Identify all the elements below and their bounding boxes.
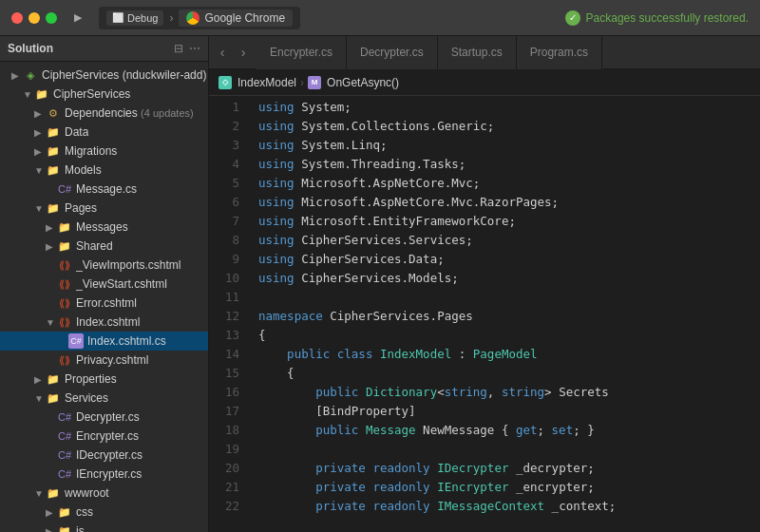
tab-decrypter[interactable]: Decrypter.cs <box>347 36 438 69</box>
code-line: namespace CipherServices.Pages <box>258 307 760 326</box>
line-number: 7 <box>209 212 239 231</box>
sidebar-item-message-cs[interactable]: C# Message.cs <box>0 180 208 199</box>
cshtml-icon3: ⟪⟫ <box>57 295 72 311</box>
sidebar-item-root[interactable]: ▼ 📁 CipherServices <box>0 85 208 104</box>
cs-icon: C# <box>57 181 72 197</box>
maximize-button[interactable] <box>46 12 57 24</box>
line-number: 16 <box>209 383 239 402</box>
code-editor[interactable]: 12345678910111213141516171819202122 usin… <box>209 96 760 532</box>
line-number: 11 <box>209 288 239 307</box>
css-folder-icon: 📁 <box>57 504 72 520</box>
sidebar-item-services[interactable]: ▼ 📁 Services <box>0 389 208 408</box>
sidebar-collapse-icon[interactable]: ⊟ <box>174 42 183 55</box>
breadcrumb-sep: › <box>169 11 173 25</box>
cshtml-icon: ⟪⟫ <box>57 257 72 273</box>
wwwroot-icon: 📁 <box>46 485 61 501</box>
line-number: 6 <box>209 193 239 212</box>
sidebar-item-viewstart[interactable]: ⟪⟫ _ViewStart.cshtml <box>0 275 208 294</box>
line-number: 3 <box>209 136 239 155</box>
sidebar-menu-icon[interactable]: ⋯ <box>189 42 200 55</box>
breadcrumb-part2[interactable]: OnGetAsync() <box>327 76 399 89</box>
code-line: { <box>258 364 760 383</box>
active-cs-icon: C# <box>68 333 84 349</box>
sidebar-title: Solution <box>8 42 53 55</box>
sidebar-item-js[interactable]: ▶ 📁 js <box>0 522 208 532</box>
minimize-button[interactable] <box>28 12 40 24</box>
code-line: using CipherServices.Models; <box>258 269 760 288</box>
sidebar-item-models[interactable]: ▼ 📁 Models <box>0 161 208 180</box>
cs-icon5: C# <box>57 466 72 482</box>
sidebar-item-data[interactable]: ▶ 📁 Data <box>0 123 208 142</box>
tab-program[interactable]: Program.cs <box>517 36 602 69</box>
tab-startup[interactable]: Startup.cs <box>438 36 517 69</box>
breadcrumb-part1[interactable]: IndexModel <box>238 76 296 89</box>
pages-folder-icon: 📁 <box>46 200 61 216</box>
sidebar-item-solution[interactable]: ▶ ◈ CipherServices (nduckwiler-add) <box>0 66 208 85</box>
code-line: using System; <box>258 98 760 117</box>
code-line: using System.Linq; <box>258 136 760 155</box>
line-number: 13 <box>209 326 239 345</box>
tab-nav: ‹ › <box>213 43 253 62</box>
sidebar-item-error[interactable]: ⟪⟫ Error.cshtml <box>0 294 208 313</box>
sidebar-toolbar: ⊟ ⋯ <box>174 42 200 55</box>
migrations-folder-icon: 📁 <box>46 143 61 159</box>
code-line: public Dictionary<string, string> Secret… <box>258 383 760 402</box>
chrome-label: Google Chrome <box>204 11 285 25</box>
sidebar-item-migrations[interactable]: ▶ 📁 Migrations <box>0 142 208 161</box>
sidebar-item-shared[interactable]: ▶ 📁 Shared <box>0 237 208 256</box>
solution-icon: ◈ <box>23 67 38 83</box>
sidebar: Solution ⊟ ⋯ ▶ ◈ CipherServices (nduckwi… <box>0 36 209 532</box>
sidebar-item-dependencies[interactable]: ▶ ⚙ Dependencies (4 updates) <box>0 104 208 123</box>
sidebar-item-iencrypter[interactable]: C# IEncrypter.cs <box>0 465 208 484</box>
tab-encrypter[interactable]: Encrypter.cs <box>256 36 347 69</box>
sidebar-item-decrypter[interactable]: C# Decrypter.cs <box>0 408 208 427</box>
sidebar-item-messages[interactable]: ▶ 📁 Messages <box>0 218 208 237</box>
code-content[interactable]: using System;using System.Collections.Ge… <box>249 96 760 532</box>
tabs: Encrypter.cs Decrypter.cs Startup.cs Pro… <box>256 36 756 69</box>
traffic-lights <box>11 12 57 24</box>
sidebar-item-pages[interactable]: ▼ 📁 Pages <box>0 199 208 218</box>
folder-icon: 📁 <box>34 86 49 102</box>
line-number: 18 <box>209 421 239 440</box>
line-number: 5 <box>209 174 239 193</box>
tab-next-button[interactable]: › <box>234 43 253 62</box>
tab-decrypter-label: Decrypter.cs <box>360 46 424 59</box>
line-number: 19 <box>209 440 239 459</box>
sidebar-item-properties[interactable]: ▶ 📁 Properties <box>0 370 208 389</box>
close-button[interactable] <box>11 12 23 24</box>
debug-label: Debug <box>127 12 158 24</box>
breadcrumb-separator: › <box>300 76 304 89</box>
code-line: private readonly IEncrypter _encrypter; <box>258 478 760 497</box>
code-line: using CipherServices.Data; <box>258 250 760 269</box>
sidebar-item-encrypter[interactable]: C# Encrypter.cs <box>0 427 208 446</box>
sidebar-item-viewimports[interactable]: ⟪⟫ _ViewImports.cshtml <box>0 256 208 275</box>
code-line: using Microsoft.AspNetCore.Mvc.RazorPage… <box>258 193 760 212</box>
cs-icon3: C# <box>57 428 72 444</box>
sidebar-item-index-cs[interactable]: C# Index.cshtml.cs <box>0 332 208 351</box>
cs-icon4: C# <box>57 447 72 463</box>
sidebar-item-css[interactable]: ▶ 📁 css <box>0 503 208 522</box>
sidebar-item-idecrypter[interactable]: C# IDecrypter.cs <box>0 446 208 465</box>
line-number: 10 <box>209 269 239 288</box>
line-number: 17 <box>209 402 239 421</box>
tab-encrypter-label: Encrypter.cs <box>270 46 332 59</box>
play-button[interactable]: ▶ <box>68 9 87 28</box>
models-folder-icon: 📁 <box>46 162 61 178</box>
code-line: public class IndexModel : PageModel <box>258 345 760 364</box>
line-number: 9 <box>209 250 239 269</box>
shared-folder-icon: 📁 <box>57 238 72 254</box>
sidebar-item-index-cshtml[interactable]: ▼ ⟪⟫ Index.cshtml <box>0 313 208 332</box>
line-number: 12 <box>209 307 239 326</box>
line-number: 1 <box>209 98 239 117</box>
cshtml-icon5: ⟪⟫ <box>57 352 72 368</box>
code-line: using Microsoft.EntityFrameworkCore; <box>258 212 760 231</box>
line-number: 20 <box>209 459 239 478</box>
tab-prev-button[interactable]: ‹ <box>213 43 232 62</box>
cshtml-icon4: ⟪⟫ <box>57 314 72 330</box>
cshtml-icon2: ⟪⟫ <box>57 276 72 292</box>
code-line: private readonly IDecrypter _decrypter; <box>258 459 760 478</box>
sidebar-item-privacy[interactable]: ⟪⟫ Privacy.cshtml <box>0 351 208 370</box>
sidebar-item-wwwroot[interactable]: ▼ 📁 wwwroot <box>0 484 208 503</box>
line-number: 2 <box>209 117 239 136</box>
line-number: 14 <box>209 345 239 364</box>
